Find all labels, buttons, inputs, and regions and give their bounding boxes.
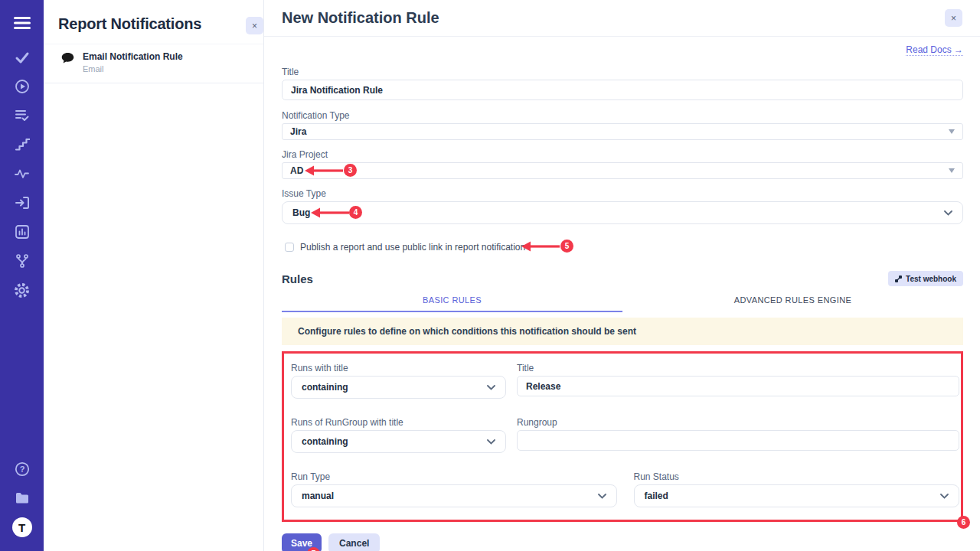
publish-checkbox-row: Publish a report and use public link in … [285, 241, 963, 253]
sidebar-item-settings[interactable] [0, 276, 44, 305]
rungroup-input[interactable] [517, 430, 959, 451]
activity-pulse-icon [15, 166, 30, 181]
basic-rules-form: 6 Runs with title containing Title [282, 351, 963, 522]
sidebar-item-help[interactable]: ? [0, 455, 44, 484]
sidebar-item-reports[interactable] [0, 217, 44, 246]
publish-checkbox-label: Publish a report and use public link in … [300, 242, 525, 253]
dropdown-triangle-icon [949, 129, 955, 134]
rungroup-label: Rungroup [517, 417, 959, 428]
sidebar-item-test-plans[interactable] [0, 101, 44, 130]
gear-icon [14, 282, 30, 298]
notification-rule-list-item[interactable]: Email Notification Rule Email [44, 44, 263, 83]
brand-logo: T [12, 517, 32, 537]
run-title-label: Title [517, 363, 959, 373]
branch-icon [15, 253, 30, 269]
runs-with-title-field: Runs with title containing [291, 363, 506, 399]
list-item-text: Email Notification Rule Email [83, 51, 183, 73]
sidebar-item-projects[interactable] [0, 484, 44, 513]
rules-tabs: BASIC RULES ADVANCED RULES ENGINE [282, 290, 963, 312]
help-icon: ? [15, 461, 30, 477]
save-button[interactable]: Save [282, 533, 322, 551]
chevron-down-icon [487, 385, 495, 390]
chevron-down-icon [487, 439, 495, 445]
runs-with-title-row: Runs with title containing Title [291, 363, 959, 399]
issue-type-field-group: Issue Type Bug 4 [282, 188, 963, 224]
runs-of-rungroup-label: Runs of RunGroup with title [291, 417, 506, 428]
sidebar-item-runs[interactable] [0, 72, 44, 101]
run-type-select[interactable]: manual [291, 484, 617, 507]
bar-chart-icon [15, 224, 30, 240]
issue-type-label: Issue Type [282, 188, 963, 199]
jira-project-label: Jira Project [282, 149, 963, 160]
list-item-subtitle: Email [83, 64, 183, 73]
sidebar-item-steps[interactable] [0, 130, 44, 159]
menu-button[interactable] [0, 9, 44, 37]
tab-basic-rules[interactable]: BASIC RULES [282, 290, 622, 312]
test-webhook-button[interactable]: Test webhook [888, 271, 963, 286]
rungroup-title-row: Runs of RunGroup with title containing R… [291, 417, 959, 453]
close-icon: × [252, 21, 257, 31]
form-content: Read Docs → Title Notification Type Jira [264, 37, 980, 551]
annotation-marker-5: 5 [560, 240, 573, 253]
rules-info-banner: Configure rules to define on which condi… [282, 318, 963, 345]
chevron-down-icon [598, 494, 606, 499]
run-title-field: Title [517, 363, 959, 399]
run-type-status-row: Run Type manual Run Status failed [291, 471, 959, 507]
cancel-button[interactable]: Cancel [328, 533, 380, 551]
runs-of-rungroup-field: Runs of RunGroup with title containing [291, 417, 506, 453]
jira-project-select[interactable]: AD [282, 162, 963, 179]
run-status-select[interactable]: failed [634, 484, 960, 507]
new-notification-rule-pane: New Notification Rule × Read Docs → Titl… [264, 0, 980, 551]
runs-with-title-label: Runs with title [291, 363, 506, 373]
title-label: Title [282, 67, 963, 77]
page-title: New Notification Rule [282, 9, 439, 27]
tab-advanced-rules-engine[interactable]: ADVANCED RULES ENGINE [622, 290, 963, 312]
svg-text:?: ? [19, 465, 24, 474]
list-check-icon [15, 108, 30, 123]
main-close-button[interactable]: × [945, 9, 962, 27]
chevron-down-icon [944, 210, 952, 216]
run-status-label: Run Status [634, 471, 960, 482]
run-type-label: Run Type [291, 471, 617, 482]
rungroup-field: Rungroup [517, 417, 959, 453]
notification-type-value: Jira [290, 126, 306, 137]
rules-header: Rules Test webhook [282, 271, 963, 286]
runs-with-title-select[interactable]: containing [291, 376, 506, 399]
brand-letter: T [18, 521, 25, 534]
sidebar-item-branches[interactable] [0, 246, 44, 276]
jira-project-value: AD [290, 165, 303, 176]
sidebar-item-import[interactable] [0, 188, 44, 217]
app-window: ? T Report Notifications × [0, 0, 980, 551]
main-header: New Notification Rule × [264, 0, 980, 37]
title-input[interactable] [282, 80, 963, 100]
test-webhook-label: Test webhook [906, 275, 956, 283]
panel-close-button[interactable]: × [246, 17, 263, 34]
dropdown-triangle-icon [949, 168, 955, 173]
runs-of-rungroup-select[interactable]: containing [291, 430, 506, 453]
steps-icon [15, 137, 30, 152]
sidebar-item-activity[interactable] [0, 159, 44, 188]
run-status-field: Run Status failed [634, 471, 960, 507]
form-actions: Save 7 Cancel [282, 533, 963, 551]
sidebar-item-brand[interactable]: T [0, 513, 44, 542]
chat-bubble-icon [60, 51, 75, 65]
webhook-icon [895, 276, 902, 282]
rules-heading: Rules [282, 272, 313, 285]
run-title-input[interactable] [517, 376, 959, 396]
read-docs-link[interactable]: Read Docs → [906, 44, 963, 56]
report-notifications-panel: Report Notifications × Email Notificatio… [44, 0, 264, 551]
notification-type-select[interactable]: Jira [282, 123, 963, 140]
title-field-group: Title [282, 67, 963, 100]
list-item-title: Email Notification Rule [83, 51, 183, 62]
issue-type-select[interactable]: Bug [282, 201, 963, 224]
import-icon [15, 195, 30, 210]
sidebar-item-tests[interactable] [0, 43, 44, 72]
hamburger-icon [14, 16, 31, 30]
chevron-down-icon [940, 494, 949, 499]
panel-title: Report Notifications [58, 15, 263, 33]
annotation-marker-6: 6 [957, 516, 970, 529]
publish-checkbox[interactable] [285, 243, 294, 252]
check-icon [15, 50, 30, 65]
jira-project-field-group: Jira Project AD 3 [282, 149, 963, 179]
notification-type-label: Notification Type [282, 110, 963, 121]
